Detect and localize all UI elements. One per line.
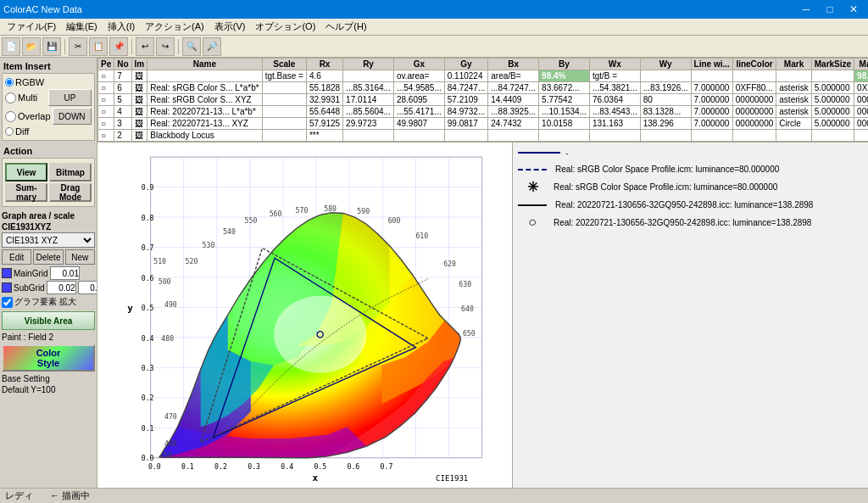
menu-edit[interactable]: 編集(E)	[61, 19, 103, 35]
col-wx[interactable]: Wx	[589, 59, 640, 70]
menu-insert[interactable]: 挿入(I)	[103, 19, 140, 35]
y-tick-7: 0.7	[142, 243, 154, 252]
table-row[interactable]: ○7🖼 tgt.Base =4.6ov.area=0.110224 area/B…	[98, 70, 869, 82]
wl-650: 650	[463, 329, 476, 338]
col-linecolor[interactable]: lineColor	[732, 59, 776, 70]
data-table: Pe No Im Name Scale Rx Ry Gx Gy Bx By Wx…	[97, 58, 868, 143]
btn-dragmode[interactable]: DragMode	[49, 183, 92, 202]
col-marksize[interactable]: MarkSize	[811, 59, 854, 70]
cie-label: CIE1931	[436, 474, 468, 481]
radio-rgbw[interactable]	[5, 78, 14, 87]
col-no[interactable]: No	[114, 59, 131, 70]
col-linewi[interactable]: Line wi...	[691, 59, 732, 70]
paint-label: Paint : Field 2	[2, 332, 95, 343]
subgrid-input2[interactable]	[78, 281, 97, 294]
col-gx[interactable]: Gx	[393, 59, 444, 70]
legend-text-4: Real: 20220721-130656-32GQ950-242898.icc…	[554, 218, 811, 227]
btn-edit[interactable]: Edit	[2, 249, 31, 265]
col-by[interactable]: By	[539, 59, 590, 70]
table-row[interactable]: ○6🖼Real: sRGB Color S... L*a*b* 55.1828.…	[98, 82, 869, 94]
minimize-button[interactable]: ─	[795, 2, 817, 17]
legend-text-2: Real: sRGB Color Space Profile.icm: lumi…	[554, 182, 777, 192]
wl-570: 570	[296, 206, 309, 215]
radio-overlap[interactable]	[5, 111, 16, 122]
col-gy[interactable]: Gy	[444, 59, 487, 70]
tb-zoom-in[interactable]: 🔍	[182, 37, 201, 56]
table-row[interactable]: ○2🖼Blackbody Locus ***	[98, 130, 869, 142]
btn-new[interactable]: New	[65, 249, 95, 265]
y-tick-6: 0.6	[142, 274, 154, 282]
btn-bitmap[interactable]: Bitmap	[49, 163, 92, 182]
menu-options[interactable]: オプション(O)	[250, 19, 320, 35]
menu-file[interactable]: ファイル(F)	[2, 19, 61, 35]
action-label: Action	[2, 144, 95, 158]
col-rx[interactable]: Rx	[306, 59, 342, 70]
close-button[interactable]: ✕	[843, 2, 865, 17]
y-tick-1: 0.1	[142, 424, 154, 433]
menu-view[interactable]: 表示(V)	[209, 19, 251, 35]
legend-text-1: Real: sRGB Color Space Profile.icm: lumi…	[555, 165, 779, 174]
color-style-button[interactable]: ColorStyle	[2, 344, 95, 372]
table-row[interactable]: ○5🖼Real: sRGB Color S... XYZ 32.993117.0…	[98, 94, 869, 106]
col-name[interactable]: Name	[147, 59, 262, 70]
wl-510: 510	[153, 257, 166, 265]
wl-560: 560	[270, 210, 282, 218]
y-tick-3: 0.3	[142, 364, 154, 372]
btn-down[interactable]: DOWN	[53, 108, 92, 125]
x-tick-7: 0.7	[381, 462, 393, 471]
table-row[interactable]: ○4🖼Real: 20220721-13... L*a*b* 55.6448..…	[98, 106, 869, 118]
col-im[interactable]: Im	[131, 59, 147, 70]
legend-item-4: ○ Real: 20220721-130656-32GQ950-242898.i…	[518, 215, 863, 230]
tb-redo[interactable]: ↪	[156, 37, 175, 56]
btn-delete[interactable]: Delete	[33, 249, 63, 265]
wl-620: 620	[443, 260, 456, 268]
legend-solid-line-2	[518, 204, 547, 206]
wl-520: 520	[186, 257, 198, 265]
tb-new[interactable]: 📄	[2, 37, 20, 56]
visible-area-button[interactable]: Visible Area	[2, 311, 95, 330]
wl-590: 590	[357, 207, 370, 215]
btn-view[interactable]: View	[5, 163, 47, 182]
left-panel: Item Insert RGBW Multi UP Overlap DOWN	[0, 58, 97, 488]
legend-circle-icon: ○	[518, 215, 547, 230]
legend-item-3: Real: 20220721-130656-32GQ950-242898.icc…	[518, 200, 863, 210]
col-pe[interactable]: Pe	[98, 59, 114, 70]
checkbox-label: グラフ要素 拡大	[14, 296, 76, 308]
maingrid-input[interactable]	[50, 266, 80, 280]
radio-multi-label: Multi	[18, 92, 37, 103]
tb-undo[interactable]: ↩	[136, 37, 154, 56]
graph-scale-label: CIE1931XYZ	[2, 221, 95, 232]
y-axis-label: y	[127, 303, 133, 314]
col-scale[interactable]: Scale	[262, 59, 306, 70]
title-text: ColorAC New Data	[3, 4, 82, 14]
radio-diff[interactable]	[5, 127, 14, 136]
tb-copy[interactable]: 📋	[89, 37, 108, 56]
item-insert-label: Item Insert	[2, 59, 95, 73]
default-y-label: Default Y=100	[2, 384, 95, 395]
graph-scale-select[interactable]: CIE1931 XYZ	[2, 232, 95, 248]
tb-save[interactable]: 💾	[42, 37, 61, 56]
table-row[interactable]: ○3🖼Real: 20220721-13... XYZ 57.912529.97…	[98, 118, 869, 130]
btn-up[interactable]: UP	[48, 89, 92, 106]
col-wy[interactable]: Wy	[640, 59, 691, 70]
menu-action[interactable]: アクション(A)	[140, 19, 209, 35]
col-mark[interactable]: Mark	[776, 59, 811, 70]
y-tick-5: 0.5	[142, 304, 154, 312]
graph-expand-checkbox[interactable]	[2, 297, 13, 308]
col-ry[interactable]: Ry	[343, 59, 394, 70]
color-style-label: ColorStyle	[36, 348, 61, 368]
maximize-button[interactable]: □	[819, 2, 841, 17]
subgrid-input1[interactable]	[47, 281, 76, 294]
col-markc1[interactable]: MarkC...	[854, 59, 868, 70]
legend-sep-label: -	[565, 148, 569, 158]
col-bx[interactable]: Bx	[488, 59, 539, 70]
tb-open[interactable]: 📂	[22, 37, 41, 56]
titlebar: ColorAC New Data ─ □ ✕	[0, 0, 868, 19]
checkbox-row: グラフ要素 拡大	[2, 296, 95, 308]
radio-multi[interactable]	[5, 92, 16, 103]
tb-cut[interactable]: ✂	[69, 37, 87, 56]
menu-help[interactable]: ヘルプ(H)	[320, 19, 371, 35]
tb-paste[interactable]: 📌	[109, 37, 128, 56]
btn-summary[interactable]: Sum-mary	[5, 183, 47, 202]
tb-zoom-out[interactable]: 🔎	[203, 37, 221, 56]
